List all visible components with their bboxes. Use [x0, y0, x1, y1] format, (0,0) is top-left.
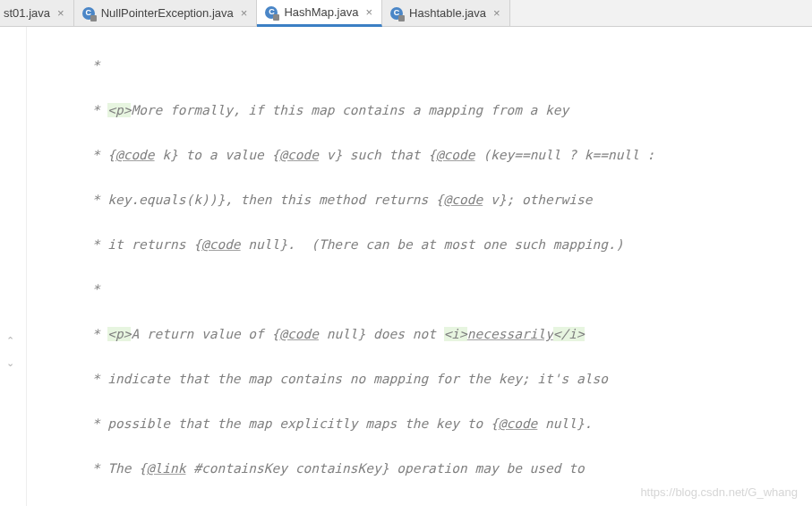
tab-label: Hashtable.java — [409, 6, 486, 20]
class-icon: C — [264, 5, 278, 20]
close-icon[interactable]: × — [57, 6, 64, 20]
tab-label: st01.java — [4, 6, 50, 20]
close-icon[interactable]: × — [493, 6, 500, 20]
close-icon[interactable]: × — [365, 5, 372, 19]
editor: ⌃ ⌄ * * <p>More formally, if this map co… — [0, 27, 812, 506]
class-icon: C — [81, 6, 96, 21]
lock-icon — [90, 15, 97, 21]
tab-st01[interactable]: st01.java × — [0, 0, 74, 26]
tab-label: NullPointerException.java — [101, 6, 234, 20]
tab-bar: st01.java × C NullPointerException.java … — [0, 0, 812, 27]
lock-icon — [398, 15, 405, 21]
fold-end-icon[interactable]: ⌃ — [6, 336, 14, 346]
gutter: ⌃ ⌄ — [0, 27, 27, 506]
tab-nullpointerexception[interactable]: C NullPointerException.java × — [74, 0, 258, 26]
close-icon[interactable]: × — [241, 6, 248, 20]
watermark: https://blog.csdn.net/G_whang — [640, 485, 798, 499]
fold-start-icon[interactable]: ⌄ — [6, 358, 14, 368]
tab-label: HashMap.java — [284, 5, 358, 19]
class-icon: C — [389, 6, 404, 21]
tab-hashtable[interactable]: C Hashtable.java × — [382, 0, 510, 26]
tab-hashmap[interactable]: C HashMap.java × — [257, 0, 382, 27]
lock-icon — [273, 14, 279, 21]
code-area[interactable]: * * <p>More formally, if this map contai… — [27, 27, 812, 506]
